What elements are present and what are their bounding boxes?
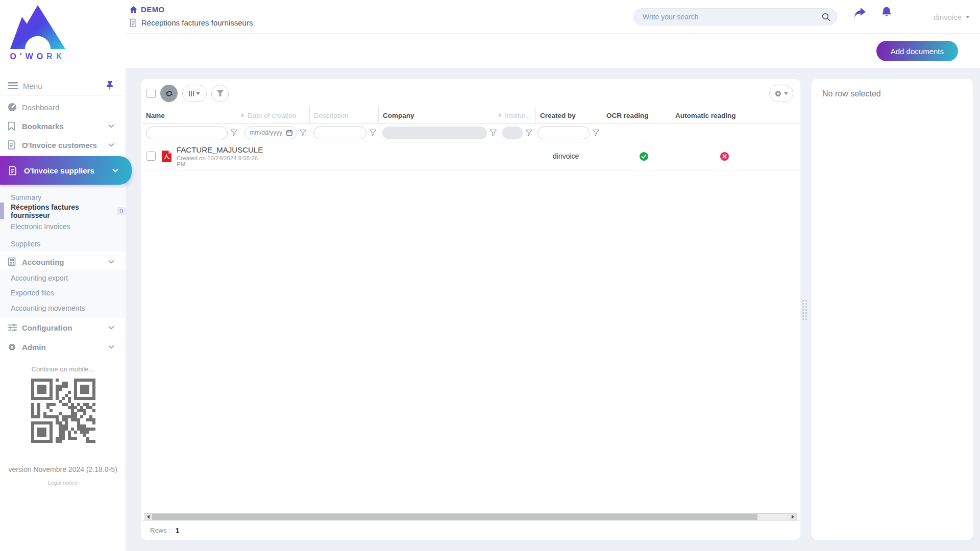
document-title: FACTURE_MAJUSCULE <box>177 145 263 154</box>
sidebar-item-label: Accounting movements <box>11 304 85 312</box>
sidebar-item-label: Summary <box>11 193 41 202</box>
column-header-description[interactable]: Description <box>309 108 378 123</box>
table-filter-row <box>141 123 800 142</box>
sidebar-item-label: Suppliers <box>11 240 40 248</box>
ocr-success-icon <box>639 152 649 161</box>
sidebar: O'WORK Menu Dashboard Bookmarks <box>0 0 126 551</box>
filter-name-input[interactable] <box>146 127 228 139</box>
legal-notice-link[interactable]: Legal notice <box>0 480 126 486</box>
filter-toggle-funnel-icon[interactable] <box>490 130 497 136</box>
gear-icon <box>8 343 17 352</box>
mountain-logo-icon <box>8 3 67 49</box>
sidebar-item-receptions-factures[interactable]: Réceptions factures fournisseur 0 <box>0 204 126 219</box>
divider <box>5 235 120 235</box>
select-all-checkbox[interactable] <box>146 89 156 98</box>
user-menu[interactable]: dinvoice <box>934 0 970 34</box>
columns-icon <box>189 91 194 96</box>
sidebar-item-accounting-movements[interactable]: Accounting movements <box>0 300 126 316</box>
row-checkbox[interactable] <box>146 152 156 161</box>
refresh-button[interactable] <box>160 85 178 102</box>
chevron-down-icon <box>108 260 114 264</box>
search-input[interactable] <box>634 13 822 21</box>
columns-button[interactable] <box>182 85 207 102</box>
sidebar-item-exported-files[interactable]: Exported files <box>0 285 126 300</box>
brand-wordmark: O'WORK <box>7 52 68 61</box>
filter-toggle-funnel-icon[interactable] <box>526 130 532 136</box>
sidebar-item-label: Accounting <box>22 258 64 266</box>
gear-icon <box>774 90 782 97</box>
filter-company-input <box>382 127 487 139</box>
qr-code <box>31 379 95 445</box>
column-header-company[interactable]: Company <box>378 108 497 123</box>
filter-toggle-funnel-icon[interactable] <box>370 130 376 136</box>
scroll-right-arrow[interactable] <box>790 514 796 520</box>
sidebar-item-label: Electronic Invoices <box>11 222 70 231</box>
notifications-bell-icon[interactable] <box>881 6 892 18</box>
sidebar-item-oinvoice-suppliers[interactable]: O'Invoice suppliers <box>0 156 132 185</box>
row-ocr-status-cell <box>602 152 671 161</box>
divider <box>0 95 126 95</box>
table-toolbar <box>141 79 800 108</box>
share-icon[interactable] <box>853 7 866 18</box>
sidebar-item-suppliers[interactable]: Suppliers <box>0 236 126 252</box>
filter-date-input[interactable] <box>244 127 297 139</box>
mobile-hint: Continue on mobile... <box>0 365 126 373</box>
filter-button[interactable] <box>211 85 229 102</box>
invoice-document-icon <box>9 166 18 176</box>
expand-triangle-icon <box>499 113 502 118</box>
panel-resize-handle[interactable] <box>802 300 807 320</box>
filter-toggle-funnel-icon[interactable] <box>300 130 306 136</box>
count-badge: 0 <box>117 207 126 215</box>
column-header-created-by[interactable]: Created by <box>535 108 602 123</box>
pin-sidebar-icon[interactable] <box>106 81 113 92</box>
sidebar-item-accounting-export[interactable]: Accounting export <box>0 270 126 286</box>
scroll-left-arrow[interactable] <box>145 514 152 520</box>
refresh-icon <box>165 89 174 98</box>
active-marker <box>0 203 4 219</box>
filter-description-input[interactable] <box>313 127 366 139</box>
column-header-ocr-reading[interactable]: OCR reading <box>602 108 671 123</box>
sidebar-item-oinvoice-customers[interactable]: O'Invoice customers <box>0 136 126 154</box>
column-header-automatic-reading[interactable]: Automatic reading <box>671 108 800 123</box>
username-label: dinvoice <box>934 13 962 21</box>
breadcrumb[interactable]: DEMO <box>130 5 165 14</box>
filter-toggle-funnel-icon[interactable] <box>593 130 599 136</box>
caret-down-icon <box>966 16 970 18</box>
sidebar-item-accounting[interactable]: Accounting <box>0 253 126 271</box>
brand-logo: O'WORK <box>7 3 68 61</box>
sidebar-item-configuration[interactable]: Configuration <box>0 318 126 337</box>
automatic-error-icon <box>720 152 729 161</box>
sidebar-item-admin[interactable]: Admin <box>0 338 126 356</box>
horizontal-scrollbar[interactable] <box>144 513 797 520</box>
add-documents-button[interactable]: Add documents <box>876 41 958 61</box>
document-created-info: Created on 10/24/2024 9:55:26 PM <box>177 155 263 167</box>
version-label: version Novembre 2024 (2.18.0-5) <box>0 465 126 473</box>
sidebar-item-label: Accounting export <box>11 274 68 282</box>
column-header-institution[interactable]: Institut... <box>497 108 535 123</box>
sidebar-item-label: Dashboard <box>22 103 59 112</box>
column-header-name[interactable]: Name <box>141 108 240 123</box>
menu-toggle[interactable]: Menu <box>0 77 126 95</box>
breadcrumb-home: DEMO <box>141 5 165 14</box>
column-header-date-of-creation[interactable]: Date of creation <box>240 108 309 123</box>
filter-institution-input <box>502 127 523 139</box>
row-automatic-status-cell <box>671 152 800 161</box>
sidebar-item-label: Exported files <box>11 289 54 297</box>
documents-table-card: Name Date of creation Description Compan… <box>141 79 800 540</box>
accounting-submenu: Accounting export Exported files Account… <box>0 269 126 318</box>
sidebar-item-dashboard[interactable]: Dashboard <box>0 98 126 116</box>
search-icon[interactable] <box>822 13 830 21</box>
table-empty-space <box>141 170 800 513</box>
sidebar-item-bookmarks[interactable]: Bookmarks <box>0 117 126 135</box>
caret-down-icon <box>196 92 200 95</box>
filter-created-by-input[interactable] <box>537 127 590 139</box>
empty-selection-message: No row selected <box>812 79 973 98</box>
table-row[interactable]: FACTURE_MAJUSCULE Created on 10/24/2024 … <box>141 142 800 170</box>
table-footer: Rows : 1 <box>141 520 800 540</box>
table-settings-button[interactable] <box>769 85 793 102</box>
sidebar-item-electronic-invoices[interactable]: Electronic Invoices <box>0 219 126 234</box>
filter-toggle-funnel-icon[interactable] <box>231 130 237 136</box>
dashboard-gauge-icon <box>8 103 17 112</box>
scrollbar-thumb[interactable] <box>152 514 757 520</box>
row-name-cell: FACTURE_MAJUSCULE Created on 10/24/2024 … <box>141 145 240 167</box>
